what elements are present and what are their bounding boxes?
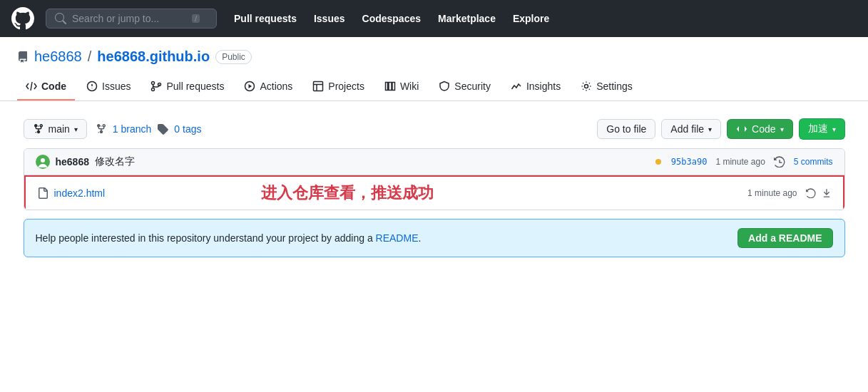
settings-icon: [581, 81, 592, 92]
repo-icon: [17, 51, 29, 63]
readme-text: Help people interested in this repositor…: [36, 232, 422, 244]
tab-security[interactable]: Security: [430, 73, 499, 100]
add-readme-button[interactable]: Add a README: [737, 228, 832, 248]
tags-icon: [157, 123, 168, 135]
file-action-download-icon[interactable]: [822, 188, 832, 198]
jia-button[interactable]: 加速 ▾: [799, 118, 845, 140]
commits-link[interactable]: 5 commits: [794, 157, 833, 167]
jia-chevron: ▾: [832, 125, 836, 133]
avatar-icon: [37, 156, 48, 167]
tab-projects[interactable]: Projects: [304, 73, 373, 100]
readme-link[interactable]: README: [376, 232, 419, 244]
tags-link[interactable]: 0 tags: [174, 123, 201, 135]
file-action-history-icon[interactable]: [806, 188, 816, 198]
tab-settings[interactable]: Settings: [572, 73, 641, 100]
add-file-chevron: ▾: [708, 125, 712, 133]
history-icon: [774, 156, 785, 167]
code-icon: [26, 81, 37, 92]
header-nav: Pull requests Issues Codespaces Marketpl…: [234, 13, 549, 24]
commit-row-right: 95b3a90 1 minute ago 5 commits: [655, 156, 833, 167]
branch-name: main: [48, 123, 70, 135]
repo-title: he6868 / he6868.github.io Public: [17, 48, 851, 65]
commit-avatar: [36, 155, 50, 169]
tab-code[interactable]: Code: [17, 73, 75, 100]
file-time: 1 minute ago: [618, 188, 797, 198]
readme-banner: Help people interested in this repositor…: [24, 219, 845, 257]
code-chevron: ▾: [780, 125, 784, 133]
search-bar[interactable]: /: [46, 9, 217, 29]
issues-icon: [86, 81, 98, 92]
commit-author: he6868: [56, 156, 89, 167]
nav-pull-requests[interactable]: Pull requests: [234, 13, 297, 24]
repo-separator: /: [88, 48, 92, 65]
add-file-button[interactable]: Add file ▾: [661, 119, 721, 139]
github-logo: [11, 7, 34, 30]
svg-point-2: [152, 88, 155, 91]
nav-codespaces[interactable]: Codespaces: [362, 13, 421, 24]
pr-icon: [150, 81, 162, 92]
file-table: he6868 修改名字 95b3a90 1 minute ago 5 commi…: [24, 148, 845, 210]
svg-rect-6: [314, 82, 323, 91]
file-name-link[interactable]: index2.html: [54, 187, 233, 199]
branch-chevron: ▾: [74, 125, 78, 133]
svg-point-1: [152, 82, 155, 85]
insights-icon: [511, 81, 522, 92]
commit-message: 修改名字: [95, 155, 135, 168]
repo-name[interactable]: he6868.github.io: [97, 48, 210, 65]
commit-time: 1 minute ago: [715, 157, 765, 167]
nav-issues[interactable]: Issues: [314, 13, 345, 24]
wiki-icon: [384, 81, 396, 92]
svg-point-7: [585, 85, 588, 88]
branch-bar: main ▾ 1 branch 0 tags Go to file Add fi…: [24, 118, 845, 140]
projects-icon: [312, 81, 324, 92]
file-actions: [806, 188, 832, 198]
tab-pull-requests[interactable]: Pull requests: [142, 73, 233, 100]
commit-status-dot: [655, 159, 661, 165]
file-annotation: 进入仓库查看，推送成功: [261, 182, 618, 204]
security-icon: [439, 81, 450, 92]
tab-actions[interactable]: Actions: [235, 73, 301, 100]
go-to-file-button[interactable]: Go to file: [597, 119, 655, 139]
code-button[interactable]: Code ▾: [727, 119, 792, 139]
search-shortcut: /: [192, 14, 200, 23]
commit-sha[interactable]: 95b3a90: [671, 157, 708, 167]
tab-wiki[interactable]: Wiki: [376, 73, 427, 100]
tab-insights[interactable]: Insights: [502, 73, 569, 100]
tab-issues[interactable]: Issues: [78, 73, 139, 100]
file-row-index2html: index2.html 进入仓库查看，推送成功 1 minute ago: [24, 175, 844, 210]
nav-marketplace[interactable]: Marketplace: [438, 13, 496, 24]
branch-bar-left: main ▾ 1 branch 0 tags: [24, 119, 202, 139]
repo-tabs: Code Issues Pull requests Actions Projec…: [17, 73, 851, 100]
commit-row-left: he6868 修改名字: [36, 155, 135, 169]
repo-meta: he6868 / he6868.github.io Public Code Is…: [0, 37, 868, 101]
branch-info: 1 branch 0 tags: [96, 123, 202, 135]
search-input[interactable]: [72, 13, 186, 24]
svg-marker-5: [249, 84, 252, 88]
search-icon: [55, 13, 66, 24]
branch-bar-right: Go to file Add file ▾ Code ▾ 加速 ▾: [597, 118, 844, 140]
repo-visibility-badge: Public: [215, 50, 252, 64]
main-content: main ▾ 1 branch 0 tags Go to file Add fi…: [6, 101, 862, 274]
code-btn-icon: [736, 123, 747, 135]
main-header: / Pull requests Issues Codespaces Market…: [0, 0, 868, 37]
repo-owner[interactable]: he6868: [34, 48, 82, 65]
branch-icon: [33, 123, 44, 135]
branches-link[interactable]: 1 branch: [113, 123, 151, 135]
commit-row: he6868 修改名字 95b3a90 1 minute ago 5 commi…: [24, 149, 844, 175]
branches-icon: [96, 123, 107, 135]
nav-explore[interactable]: Explore: [513, 13, 549, 24]
branch-selector[interactable]: main ▾: [24, 119, 87, 139]
actions-icon: [244, 81, 255, 92]
file-icon: [37, 187, 48, 199]
